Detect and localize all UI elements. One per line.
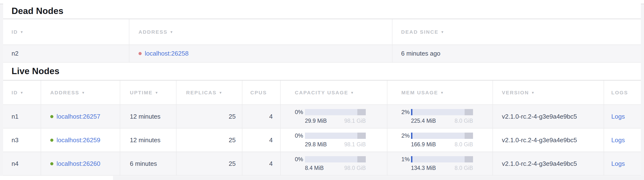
node-mem-usage-cell: 2% 225.4 MiB 8.0 GiB <box>388 105 493 128</box>
node-capacity-usage-cell: 0% 29.8 MiB 98.1 GiB <box>281 128 388 152</box>
live-col-header-replicas[interactable]: REPLICAS ▼ <box>176 80 242 104</box>
node-status-live-icon <box>50 138 54 142</box>
live-col-header-uptime-label: UPTIME <box>130 90 153 96</box>
nodes-content: Dead Nodes ID ▼ ADDRESS ▼ DEAD SINCE ▼ <box>3 4 641 176</box>
live-col-header-id-label: ID <box>12 90 18 96</box>
mem-percent: 2% <box>401 109 411 116</box>
sort-arrow-icon: ▼ <box>440 91 444 94</box>
dead-node-dead-since-cell: 6 minutes ago <box>392 45 641 62</box>
mem-usage-bar <box>411 156 473 162</box>
replicas-value: 25 <box>229 160 236 168</box>
dead-nodes-title: Dead Nodes <box>12 6 64 16</box>
node-cpus-cell: 4 <box>242 128 281 152</box>
node-address-link[interactable]: localhost:26259 <box>56 136 100 144</box>
live-nodes-table-header-row: ID ▼ ADDRESS ▼ UPTIME ▼ REPLICAS ▼ CPUS <box>3 80 641 105</box>
dead-node-address-cell: localhost:26258 <box>130 45 392 62</box>
dead-col-header-id[interactable]: ID ▼ <box>3 19 130 44</box>
mem-used-segment <box>411 109 412 115</box>
live-node-row: n3 localhost:26259 12 minutes 25 4 <box>3 128 641 152</box>
sort-arrow-icon: ▼ <box>441 30 444 34</box>
capacity-usage-meter: 0% 29.8 MiB 98.1 GiB <box>295 132 366 148</box>
dead-nodes-table: ID ▼ ADDRESS ▼ DEAD SINCE ▼ n2 lo <box>3 19 641 62</box>
live-col-header-uptime[interactable]: UPTIME ▼ <box>120 80 176 104</box>
uptime-value: 12 minutes <box>130 113 160 120</box>
sort-arrow-icon: ▼ <box>219 91 222 94</box>
node-id-cell: n3 <box>3 128 41 152</box>
mem-used-label: 225.4 MiB <box>411 118 436 124</box>
bottom-page-strip <box>0 176 644 180</box>
node-status-live-icon <box>50 115 54 118</box>
node-uptime-cell: 12 minutes <box>120 128 176 152</box>
uptime-value: 6 minutes <box>130 160 157 168</box>
dead-node-id-cell: n2 <box>3 45 130 62</box>
logs-link[interactable]: Logs <box>611 160 625 168</box>
live-col-header-logs-label: LOGS <box>611 90 628 96</box>
dead-col-header-dead-since[interactable]: DEAD SINCE ▼ <box>392 19 641 44</box>
live-col-header-address[interactable]: ADDRESS ▼ <box>41 80 120 104</box>
mem-usage-bar <box>411 109 473 115</box>
version-value: v2.1.0-rc.2-4-g3e9a4e9bc5 <box>502 113 577 120</box>
capacity-used-label: 29.9 MiB <box>305 118 327 124</box>
node-version-cell: v2.1.0-rc.2-4-g3e9a4e9bc5 <box>493 128 604 152</box>
capacity-used-label: 29.8 MiB <box>305 141 327 148</box>
node-id: n1 <box>12 113 18 120</box>
node-cpus-cell: 4 <box>242 105 281 128</box>
live-col-header-capacity-usage[interactable]: CAPACITY USAGE ▼ <box>281 80 388 104</box>
live-node-row: n1 localhost:26257 12 minutes 25 4 <box>3 105 641 128</box>
live-nodes-section-heading: Live Nodes <box>3 62 641 80</box>
node-address-link[interactable]: localhost:26260 <box>56 160 100 168</box>
mem-bar-end-segment <box>464 156 473 162</box>
node-replicas-cell: 25 <box>176 128 242 152</box>
capacity-total-label: 98.1 GiB <box>344 118 366 124</box>
node-version-cell: v2.1.0-rc.2-4-g3e9a4e9bc5 <box>493 105 604 128</box>
capacity-usage-meter: 0% 8.4 MiB 98.0 GiB <box>295 156 366 171</box>
node-logs-cell: Logs <box>604 152 641 175</box>
bottom-gray-area <box>113 176 644 180</box>
node-address-link[interactable]: localhost:26258 <box>145 50 188 57</box>
node-uptime-cell: 12 minutes <box>120 105 176 128</box>
node-address-cell: localhost:26260 <box>41 152 120 175</box>
node-replicas-cell: 25 <box>176 152 242 175</box>
live-col-header-version[interactable]: VERSION ▼ <box>493 80 604 104</box>
mem-usage-bar <box>411 132 473 139</box>
live-col-header-mem-usage[interactable]: MEM USAGE ▼ <box>388 80 493 104</box>
dead-node-row: n2 localhost:26258 6 minutes ago <box>3 45 641 62</box>
node-logs-cell: Logs <box>604 105 641 128</box>
mem-bar-end-segment <box>464 109 473 115</box>
logs-link[interactable]: Logs <box>611 136 625 144</box>
node-id-cell: n1 <box>3 105 41 128</box>
right-page-gutter <box>641 4 644 176</box>
live-col-header-id[interactable]: ID ▼ <box>3 80 41 104</box>
mem-total-label: 8.0 GiB <box>454 165 473 171</box>
dead-nodes-section-heading: Dead Nodes <box>3 4 641 19</box>
dead-col-header-address[interactable]: ADDRESS ▼ <box>130 19 392 44</box>
node-address-link[interactable]: localhost:26257 <box>56 113 100 120</box>
live-col-header-address-label: ADDRESS <box>50 90 79 96</box>
sort-arrow-icon: ▼ <box>155 91 158 94</box>
live-col-header-replicas-label: REPLICAS <box>186 90 217 96</box>
mem-percent: 1% <box>401 156 411 163</box>
cpus-value: 4 <box>269 160 273 168</box>
node-capacity-usage-cell: 0% 29.9 MiB 98.1 GiB <box>281 105 388 128</box>
capacity-bar-end-segment <box>357 109 366 115</box>
node-id: n4 <box>12 160 18 168</box>
capacity-total-label: 98.0 GiB <box>344 165 366 171</box>
logs-link[interactable]: Logs <box>611 113 625 120</box>
live-nodes-title: Live Nodes <box>12 66 60 76</box>
node-mem-usage-cell: 1% 134.3 MiB 8.0 GiB <box>388 152 493 175</box>
capacity-bar-end-segment <box>357 132 366 139</box>
node-cpus-cell: 4 <box>242 152 281 175</box>
node-id: n3 <box>12 136 18 144</box>
node-version-cell: v2.1.0-rc.2-4-g3e9a4e9bc5 <box>493 152 604 175</box>
node-replicas-cell: 25 <box>176 105 242 128</box>
node-status-dead-icon <box>138 52 142 55</box>
left-page-gutter <box>0 4 3 176</box>
sort-arrow-icon: ▼ <box>82 91 85 94</box>
version-value: v2.1.0-rc.2-4-g3e9a4e9bc5 <box>502 160 577 168</box>
node-status-live-icon <box>50 162 54 165</box>
capacity-bar-end-segment <box>357 156 366 162</box>
node-uptime-cell: 6 minutes <box>120 152 176 175</box>
capacity-usage-bar <box>305 109 366 115</box>
replicas-value: 25 <box>229 136 236 144</box>
capacity-percent: 0% <box>295 132 305 139</box>
